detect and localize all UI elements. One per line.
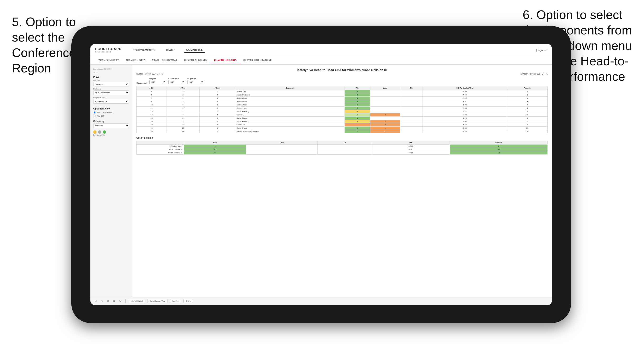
main-content: Last Updated: 27/03/2024 14:34 Player Ge… — [90, 65, 552, 297]
radio-top100-input[interactable] — [94, 115, 96, 117]
sidebar-colour-select[interactable]: Win/loss — [93, 124, 129, 128]
cell-diff: 0.30 — [422, 127, 507, 130]
subnav-team-h2h-grid[interactable]: TEAM H2H GRID — [122, 57, 149, 64]
filter-row: Opponents: Region (All) Conference (All) — [136, 77, 548, 84]
cell-rounds: 4 — [507, 117, 548, 120]
cell-rounds: 6 — [507, 130, 548, 133]
cell-win: 2 — [344, 113, 370, 117]
cell-loss: 1 — [370, 127, 400, 130]
radio-opponents-played-input[interactable] — [94, 111, 96, 114]
cell-conf: 2 — [199, 123, 235, 127]
color-dots — [93, 130, 129, 134]
toolbar-undo[interactable]: ↩ — [94, 299, 98, 303]
cell-win: 1 — [344, 100, 370, 103]
subnav-player-h2h-heatmap[interactable]: PLAYER H2H HEATMAP — [240, 57, 275, 64]
cell-reg: 2 — [166, 123, 199, 127]
filter-opponent-select[interactable]: (All) — [188, 80, 204, 84]
table-row: 13 1 1 Jessica Huang 1 -3.00 2 — [136, 110, 548, 113]
toolbar-copy[interactable]: ⧉ — [112, 299, 116, 303]
cell-diff: 3.33 — [422, 107, 507, 110]
cell-win — [344, 123, 370, 127]
last-updated-time: 14:34 — [93, 72, 129, 73]
cell-diff: 0.38 — [422, 113, 507, 117]
cell-diff: 1.33 — [422, 130, 507, 133]
ood-cell-diff: 7.400 — [372, 151, 450, 155]
cell-loss: 2 — [370, 113, 400, 117]
top-nav: SCOREBOARD Powered by clippd TOURNAMENTS… — [90, 44, 552, 56]
content-panel: Katelyn Vo Head-to-Head Grid for Women's… — [132, 65, 552, 297]
cell-diff: -5.00 — [422, 123, 507, 127]
ood-th-diff: Diff — [372, 141, 450, 145]
dot-green — [103, 130, 106, 134]
toolbar-share[interactable]: Share — [184, 299, 193, 303]
cell-win: 1 — [344, 97, 370, 100]
sidebar-division-select[interactable]: NCAA Division III — [93, 90, 129, 95]
cell-opponent: Jessica Huang — [235, 110, 344, 113]
dot-labels: Down Level Up — [93, 134, 129, 136]
cell-diff: 4.00 — [422, 103, 507, 107]
table-row: 14 7 4 Eunice Yi 2 2 0.38 9 — [136, 113, 548, 117]
cell-loss — [370, 100, 400, 103]
cell-tie — [400, 130, 422, 133]
sidebar-gender-label: Gender — [93, 79, 129, 81]
nav-committee[interactable]: COMMITTEE — [184, 47, 205, 53]
cell-reg: 6 — [166, 103, 199, 107]
subnav-player-summary[interactable]: PLAYER SUMMARY — [181, 57, 211, 64]
cell-reg: 10 — [166, 127, 199, 130]
logo-text: SCOREBOARD — [95, 47, 122, 51]
cell-conf: 6 — [199, 127, 235, 130]
table-row: 6 3 3 Sydney Kuo 1 -1.00 3 — [136, 97, 548, 100]
cell-tie — [400, 93, 422, 97]
cell-rounds: 3 — [507, 100, 548, 103]
cell-tie — [400, 120, 422, 123]
nav-sign-out[interactable]: | Sign out — [536, 49, 547, 51]
ood-th-win: Win — [184, 141, 246, 145]
filter-conference-select[interactable]: (All) — [168, 80, 185, 84]
th-win: Win — [344, 86, 370, 90]
cell-conf: 4 — [199, 100, 235, 103]
th-diff: Diff Av Strokes/Rnd — [422, 86, 507, 90]
sidebar-gender-select[interactable]: Women's — [93, 82, 129, 86]
cell-opponent: Sydney Kuo — [235, 97, 344, 100]
filter-conference-label: Conference — [168, 77, 185, 80]
tablet-frame: SCOREBOARD Powered by clippd TOURNAMENTS… — [71, 26, 571, 323]
ood-table-row: NCAA Division 2 5 7.400 10 — [136, 151, 548, 155]
sidebar-player-title: Player — [93, 76, 129, 78]
toolbar-save-custom[interactable]: Save Custom View — [147, 299, 168, 303]
sidebar-radio-opponents-played: Opponents Played — [93, 111, 129, 114]
th-reg: # Reg — [166, 86, 199, 90]
toolbar-refresh[interactable]: ↻ — [118, 299, 122, 303]
cell-tie — [400, 90, 422, 93]
th-rounds: Rounds — [507, 86, 548, 90]
nav-tournaments[interactable]: TOURNAMENTS — [131, 48, 156, 52]
cell-tie — [400, 107, 422, 110]
cell-conf: 6 — [199, 120, 235, 123]
sidebar-player-rank-select[interactable]: 8. Katelyn Vo — [93, 99, 129, 104]
toolbar-watch[interactable]: Watch ▾ — [170, 299, 181, 303]
cell-opponent: Federica Domecq Lacroze — [235, 130, 344, 133]
filter-region-select[interactable]: (All) — [150, 80, 166, 84]
subnav-player-h2h-grid[interactable]: PLAYER H2H GRID — [211, 57, 240, 64]
sidebar-radio-top100: Top 100 — [93, 115, 129, 118]
cell-rounds: 3 — [507, 97, 548, 100]
toolbar-redo[interactable]: ↪ — [100, 299, 104, 303]
toolbar-history[interactable]: ⊙ — [106, 299, 110, 303]
filter-opponent-group: Opponent (All) — [188, 77, 204, 84]
subnav-team-h2h-heatmap[interactable]: TEAM H2H HEATMAP — [149, 57, 181, 64]
nav-teams[interactable]: TEAMS — [164, 48, 177, 52]
table-row: 5 2 2 Alexis Sudjianto 1 4.00 3 — [136, 93, 548, 97]
cell-loss: 1 — [370, 130, 400, 133]
cell-opponent: Eunice Yi — [235, 113, 344, 117]
cell-rounds: 11 — [507, 127, 548, 130]
cell-loss — [370, 103, 400, 107]
toolbar-view-original[interactable]: View: Original — [129, 299, 145, 303]
cell-rounds: 4 — [507, 103, 548, 107]
cell-loss — [370, 110, 400, 113]
cell-reg: 3 — [166, 97, 199, 100]
cell-reg: 2 — [166, 93, 199, 97]
filter-opponent-label: Opponent — [188, 77, 204, 80]
subnav-team-summary[interactable]: TEAM SUMMARY — [95, 57, 122, 64]
cell-opponent: Sharon Mun — [235, 100, 344, 103]
cell-reg: 7 — [166, 113, 199, 117]
logo-powered: Powered by clippd — [95, 51, 122, 53]
